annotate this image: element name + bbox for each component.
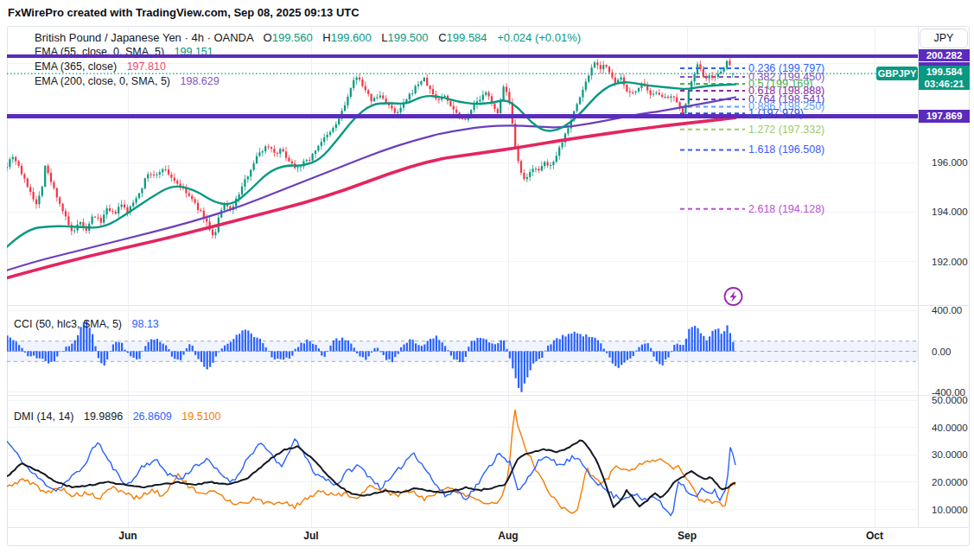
dmi-axis-label: 50.0000	[932, 395, 968, 405]
dmi-axis-label: 40.0000	[932, 423, 968, 433]
price-axis-label: 192.000	[932, 257, 968, 267]
fib-level-label: 2.618 (194.128)	[748, 203, 824, 215]
high-label: H	[322, 31, 330, 44]
currency-toggle-button[interactable]: JPY	[920, 29, 968, 48]
price-level-badge-200282: 200.282	[919, 49, 970, 61]
dmi-plus-di-line[interactable]	[7, 439, 735, 515]
fib-level-label: 1.272 (197.332)	[748, 124, 824, 136]
open-label: O	[264, 31, 272, 44]
watermark-header: FxWirePro created with TradingView.com, …	[8, 6, 360, 19]
legend-ema200[interactable]: EMA (200, close, 0, SMA, 5) 198.629	[35, 75, 220, 87]
fib-level-label: 1 (197.979)	[748, 107, 804, 119]
time-axis-month-label: Sep	[678, 530, 697, 542]
symbol-title-row[interactable]: British Pound / Japanese Yen · 4h · OAND…	[35, 31, 581, 44]
fib-level-label: 1.618 (196.508)	[748, 143, 824, 156]
countdown-timer: 03:46:21	[919, 78, 970, 90]
ema-line[interactable]	[7, 82, 735, 246]
lightning-icon[interactable]	[725, 288, 742, 305]
legend-ema365-value: 197.810	[127, 60, 166, 73]
close-value: 199.584	[447, 31, 487, 44]
legend-ema365[interactable]: EMA (365, close) 197.810	[35, 60, 166, 73]
legend-ema200-value: 198.629	[181, 75, 220, 87]
dmi-adx-line[interactable]	[7, 441, 735, 507]
dmi-adx-value: 19.9896	[84, 410, 123, 423]
low-value: 199.500	[388, 31, 429, 44]
price-axis-label: 194.000	[932, 207, 968, 217]
dmi-legend[interactable]: DMI (14, 14) 19.9896 26.8609 19.5100	[14, 410, 220, 423]
close-label: C	[438, 31, 446, 44]
time-axis[interactable]	[7, 528, 918, 546]
resistance-line[interactable]	[7, 54, 918, 59]
dmi-label: DMI (14, 14)	[14, 410, 73, 423]
symbol-title: British Pound / Japanese Yen · 4h · OAND…	[35, 31, 253, 44]
time-axis-month-label: Jul	[303, 530, 318, 542]
time-axis-month-label: Jun	[118, 530, 137, 542]
cci-value: 98.13	[132, 318, 159, 330]
clipped-price-badge	[919, 62, 970, 66]
symbol-tag: GBPJPY	[876, 67, 918, 80]
legend-ema365-label: EMA (365, close)	[35, 60, 117, 73]
cci-label: CCI (50, hlc3, SMA, 5)	[14, 318, 122, 330]
change-value: +0.024 (+0.01%)	[497, 31, 581, 44]
dmi-axis-label: 30.0000	[932, 449, 968, 460]
dmi-axis-label: 20.0000	[932, 477, 968, 487]
cci-axis-label: 400.00	[932, 305, 962, 315]
cci-axis-label: 0.00	[932, 347, 951, 357]
dmi-minusdi-value: 19.5100	[181, 410, 220, 423]
dmi-plusdi-value: 26.8609	[133, 410, 172, 423]
legend-ema200-label: EMA (200, close, 0, SMA, 5)	[35, 75, 170, 87]
price-level-badge-197869: 197.869	[919, 110, 970, 123]
cci-legend[interactable]: CCI (50, hlc3, SMA, 5) 98.13	[14, 318, 159, 330]
ema-line[interactable]	[7, 98, 735, 270]
dmi-axis-label: 10.0000	[932, 505, 968, 515]
low-label: L	[381, 31, 387, 44]
open-value: 199.560	[272, 31, 313, 44]
ema-line[interactable]	[7, 118, 735, 277]
price-axis-label: 196.000	[932, 157, 968, 168]
time-axis-month-label: Oct	[866, 530, 883, 542]
last-price-badge: 199.584 03:46:21	[919, 66, 970, 90]
time-axis-month-label: Aug	[498, 530, 518, 542]
high-value: 199.600	[331, 31, 372, 44]
last-price-value: 199.584	[919, 66, 970, 78]
